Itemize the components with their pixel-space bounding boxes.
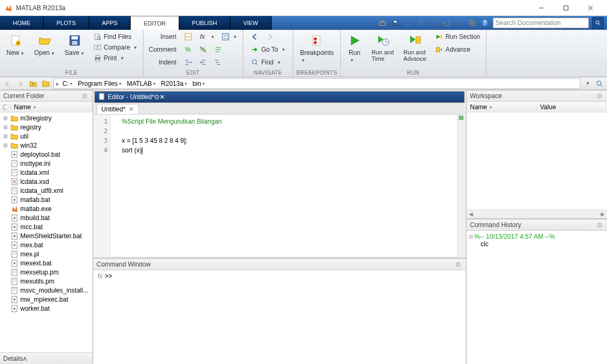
folder-item[interactable]: mw_mpiexec.bat <box>1 295 91 304</box>
run-and-advance-button[interactable]: Run and Advance <box>399 31 430 64</box>
folder-item[interactable]: ⊞win32 <box>1 141 91 150</box>
save-button[interactable]: Save▼ <box>60 31 89 59</box>
tab-home[interactable]: HOME <box>0 16 44 30</box>
folder-item[interactable]: matlab.exe <box>1 204 91 213</box>
insert-section-button[interactable] <box>182 32 195 42</box>
folder-item[interactable]: ⊞registry <box>1 123 91 132</box>
print-button[interactable]: Print▼ <box>91 53 140 63</box>
folder-item[interactable]: mex.pl <box>1 249 91 258</box>
nav-back-path-button[interactable] <box>2 78 13 89</box>
editor-actions-icon[interactable]: ⊙ <box>154 93 159 101</box>
tab-publish[interactable]: PUBLISH <box>179 16 230 30</box>
folder-item[interactable]: lcdata_utf8.xml <box>1 186 91 195</box>
folder-item[interactable]: mexsetup.pm <box>1 268 91 277</box>
comment-wrap-button[interactable] <box>212 45 225 54</box>
workspace-header[interactable]: Workspace ⊙ <box>467 90 607 102</box>
editor-file-tab[interactable]: Untitled* ✕ <box>97 104 139 114</box>
indent-right-button[interactable] <box>182 58 195 67</box>
workspace-actions-icon[interactable]: ⊙ <box>595 92 604 100</box>
new-button[interactable]: New▼ <box>2 31 29 59</box>
run-and-time-button[interactable]: Run and Time <box>368 31 398 64</box>
comment-remove-button[interactable]: % <box>197 45 210 54</box>
advance-button[interactable]: Advance <box>433 45 482 54</box>
breakpoints-button[interactable]: Breakpoints▼ <box>295 31 338 65</box>
open-button[interactable]: Open▼ <box>30 31 59 59</box>
folder-icon-col[interactable] <box>0 104 11 110</box>
editor-close-icon[interactable]: ✕ <box>159 93 165 101</box>
cmdwin-actions-icon[interactable]: ⊙ <box>454 260 462 269</box>
indent-smart-button[interactable] <box>212 58 225 67</box>
command-history-body[interactable]: ⊟%-- 10/13/2017 4:57 AM --% clc <box>467 231 607 364</box>
details-header[interactable]: Details ʌ <box>0 352 92 364</box>
folder-item[interactable]: lcdata.xsd <box>1 177 91 186</box>
comment-add-button[interactable]: % <box>182 45 195 54</box>
browse-folder-button[interactable] <box>41 78 51 89</box>
redo-icon[interactable] <box>454 18 464 28</box>
undo-icon[interactable] <box>442 18 451 28</box>
folder-item[interactable]: MemShieldStarter.bat <box>1 231 91 240</box>
find-button[interactable]: Find▼ <box>249 58 288 67</box>
editor-header[interactable]: Editor - Untitled* ⊙ ✕ <box>94 91 465 103</box>
nav-back-button[interactable] <box>249 32 261 42</box>
tab-view[interactable]: VIEW <box>230 16 271 30</box>
workspace-name-col[interactable]: Name ▲ <box>467 103 537 111</box>
close-button[interactable] <box>578 0 603 16</box>
switch-windows-icon[interactable] <box>467 18 477 28</box>
path-search-button[interactable] <box>594 78 605 89</box>
search-documentation-input[interactable]: Search Documentation <box>493 18 589 28</box>
folder-item[interactable]: insttype.ini <box>1 159 91 168</box>
fx-prompt-icon[interactable]: fx <box>98 272 102 280</box>
folder-item[interactable]: mexutils.pm <box>1 277 91 286</box>
workspace-grid[interactable] <box>467 112 607 209</box>
cut-icon[interactable] <box>403 18 413 28</box>
panel-actions-icon[interactable]: ⊙ <box>81 92 89 100</box>
folder-item[interactable]: deploytool.bat <box>1 150 91 159</box>
folder-item[interactable]: mex.bat <box>1 240 91 249</box>
workspace-value-col[interactable]: Value <box>537 103 608 111</box>
compare-button[interactable]: Compare▼ <box>91 43 140 52</box>
folder-item[interactable]: ⊞util <box>1 132 91 141</box>
import-icon[interactable] <box>378 18 387 28</box>
goto-button[interactable]: Go To▼ <box>249 45 288 54</box>
indent-left-button[interactable] <box>197 58 210 67</box>
help-icon[interactable]: ? <box>480 18 490 28</box>
nav-forward-button[interactable] <box>263 32 276 42</box>
tab-editor[interactable]: EDITOR <box>131 16 179 30</box>
folder-item[interactable]: worker.bat <box>1 304 91 313</box>
insert-fx-button[interactable]: fx▼ <box>197 32 217 42</box>
command-window-body[interactable]: fx >> <box>93 270 466 364</box>
folder-item[interactable]: ⊞m3iregistry <box>1 114 91 123</box>
paste-icon[interactable] <box>429 18 438 28</box>
history-actions-icon[interactable]: ⊙ <box>595 221 604 229</box>
tab-plots[interactable]: PLOTS <box>44 16 89 30</box>
path-history-button[interactable]: ▼ <box>584 81 592 86</box>
path-field[interactable]: ▸ C: ▸ Program Files ▸ MATLAB ▸ R2013a ▸… <box>53 78 580 89</box>
folder-item[interactable]: mexext.bat <box>1 258 91 268</box>
folder-tree[interactable]: ⊞m3iregistry⊞registry⊞util⊞win32deployto… <box>0 112 92 352</box>
run-section-button[interactable]: Run Section <box>433 32 482 42</box>
insert-var-button[interactable]: □▼ <box>219 32 239 42</box>
current-folder-header[interactable]: Current Folder ⊙ <box>0 90 92 102</box>
copy-icon[interactable] <box>416 18 426 28</box>
editor-body[interactable]: 1234 %Script File Mengurutkan Bilangan x… <box>94 115 465 256</box>
maximize-button[interactable] <box>554 0 578 16</box>
folder-name-col[interactable]: Name ▲ <box>11 103 92 111</box>
details-expand-icon[interactable]: ʌ <box>23 355 27 362</box>
search-go-button[interactable] <box>592 17 604 29</box>
nav-forward-path-button[interactable] <box>15 78 26 89</box>
folder-item[interactable]: mbuild.bat <box>1 213 91 222</box>
up-folder-button[interactable] <box>28 78 38 89</box>
minimize-button[interactable] <box>529 0 554 16</box>
folder-item[interactable]: matlab.bat <box>1 195 91 204</box>
command-history-header[interactable]: Command History ⊙ <box>467 219 607 231</box>
find-files-button[interactable]: Find Files <box>91 32 140 42</box>
tab-close-icon[interactable]: ✕ <box>129 106 134 113</box>
save-icon[interactable] <box>390 18 400 28</box>
tab-apps[interactable]: APPS <box>89 16 131 30</box>
command-window-header[interactable]: Command Window ⊙ <box>93 258 466 270</box>
run-button[interactable]: Run▼ <box>343 31 366 65</box>
folder-item[interactable]: msvc_modules_install... <box>1 286 91 295</box>
folder-item[interactable]: mcc.bat <box>1 222 91 231</box>
folder-item[interactable]: lcdata.xml <box>1 168 91 177</box>
workspace-hscroll[interactable]: ◄► <box>467 209 607 218</box>
